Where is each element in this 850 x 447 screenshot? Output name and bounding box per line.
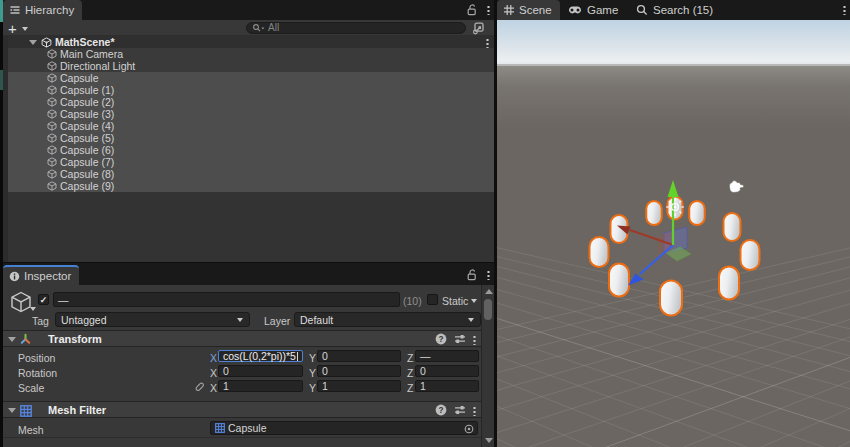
- static-checkbox[interactable]: [427, 294, 438, 305]
- picker-icon[interactable]: [471, 21, 485, 35]
- scroll-up-icon[interactable]: [485, 289, 493, 294]
- position-z-field[interactable]: —: [415, 350, 479, 362]
- hierarchy-item[interactable]: Capsule (3): [8, 108, 494, 120]
- capsule-object[interactable]: [719, 267, 739, 300]
- gameobject-icon: [47, 145, 57, 155]
- game-tab-label: Game: [587, 4, 618, 16]
- capsule-object[interactable]: [609, 264, 629, 297]
- search-placeholder: All: [268, 23, 279, 33]
- hierarchy-item[interactable]: Capsule (6): [8, 144, 494, 156]
- capsule-object[interactable]: [646, 201, 662, 225]
- hierarchy-item-label: Capsule (9): [60, 180, 114, 192]
- help-icon[interactable]: ?: [435, 333, 447, 345]
- axis-label-y: Y: [309, 352, 316, 364]
- transform-header[interactable]: Transform ?: [3, 330, 481, 347]
- scale-z-field[interactable]: 1: [415, 380, 479, 392]
- inspector-panel: Inspector ✓ — (10) Static Tag Untagged: [3, 263, 494, 447]
- gameobject-icon: [47, 85, 57, 95]
- scale-x-field[interactable]: 1: [218, 380, 303, 392]
- inspector-menu-kebab-icon[interactable]: [487, 269, 490, 280]
- search-icon: [252, 23, 265, 33]
- component-divider: [3, 437, 481, 438]
- hierarchy-menu-kebab-icon[interactable]: [487, 4, 490, 15]
- transform-title: Transform: [48, 333, 102, 345]
- hierarchy-item[interactable]: Capsule (4): [8, 120, 494, 132]
- rotation-y-field[interactable]: 0: [317, 365, 401, 377]
- add-gameobject-button[interactable]: +: [8, 20, 17, 37]
- hierarchy-item[interactable]: Capsule (8): [8, 168, 494, 180]
- hierarchy-item[interactable]: Capsule (9): [8, 180, 494, 192]
- mesh-filter-icon: [20, 405, 32, 417]
- tag-dropdown[interactable]: Untagged: [55, 312, 250, 327]
- hierarchy-item[interactable]: Capsule (2): [8, 96, 494, 108]
- scrollbar-thumb[interactable]: [484, 299, 492, 320]
- layer-label: Layer: [264, 315, 290, 327]
- hierarchy-scene-row[interactable]: MathScene*: [8, 36, 494, 48]
- mesh-filter-header[interactable]: Mesh Filter ?: [3, 401, 481, 418]
- transform-foldout-icon[interactable]: [8, 337, 16, 342]
- hierarchy-item[interactable]: Capsule: [8, 72, 494, 84]
- hierarchy-search-input[interactable]: All: [246, 22, 466, 34]
- scene-foldout-icon[interactable]: [29, 40, 37, 45]
- hierarchy-item[interactable]: Capsule (5): [8, 132, 494, 144]
- scene-tab-label: Scene: [519, 4, 552, 16]
- layer-caret-icon: [468, 318, 474, 322]
- search-tab-label: Search (15): [653, 4, 713, 16]
- static-caret-icon[interactable]: [471, 299, 477, 303]
- layer-dropdown[interactable]: Default: [294, 312, 481, 327]
- capsule-object[interactable]: [741, 240, 760, 270]
- mesh-filter-kebab-icon[interactable]: [473, 405, 476, 416]
- gameobject-icon: [47, 109, 57, 119]
- presets-icon[interactable]: [454, 333, 466, 345]
- hierarchy-item-label: Capsule (6): [60, 144, 114, 156]
- tab-hierarchy[interactable]: Hierarchy: [3, 0, 82, 20]
- hierarchy-item[interactable]: Capsule (7): [8, 156, 494, 168]
- scale-y-field[interactable]: 1: [317, 380, 401, 392]
- capsule-object[interactable]: [689, 201, 705, 225]
- transform-icon: [19, 333, 32, 346]
- hierarchy-item[interactable]: Capsule (1): [8, 84, 494, 96]
- help-icon[interactable]: ?: [435, 404, 447, 416]
- capsule-object[interactable]: [590, 237, 609, 267]
- tab-search[interactable]: Search (15): [636, 0, 713, 20]
- mesh-filter-foldout-icon[interactable]: [8, 408, 16, 413]
- scene-menu-kebab-icon[interactable]: [843, 4, 846, 15]
- position-x-field[interactable]: cos(L(0,2*pi))*5: [218, 350, 303, 362]
- link-constrain-icon[interactable]: [195, 381, 206, 392]
- active-checkbox[interactable]: ✓: [38, 294, 49, 305]
- hierarchy-item[interactable]: Main Camera: [8, 48, 494, 60]
- position-y-field[interactable]: 0: [317, 350, 401, 362]
- info-icon: [9, 271, 20, 282]
- hierarchy-tree: MathScene* Main CameraDirectional LightC…: [3, 36, 494, 262]
- scroll-down-icon[interactable]: [485, 438, 493, 443]
- horizon-blur: [497, 62, 850, 66]
- mesh-icon: [215, 423, 225, 433]
- mesh-object-field[interactable]: Capsule: [210, 421, 478, 435]
- axis-label-x: X: [210, 367, 217, 379]
- inspector-scrollbar[interactable]: [481, 285, 494, 447]
- lock-icon[interactable]: [467, 269, 477, 281]
- gamepad-icon: [568, 5, 582, 15]
- tab-scene[interactable]: Scene: [497, 0, 560, 20]
- capsule-object[interactable]: [724, 213, 741, 241]
- capsule-object[interactable]: [660, 281, 682, 316]
- hierarchy-item[interactable]: Directional Light: [8, 60, 494, 72]
- object-picker-icon[interactable]: [464, 424, 474, 434]
- presets-icon[interactable]: [454, 404, 466, 416]
- gameobject-icon: [47, 133, 57, 143]
- name-field[interactable]: —: [53, 292, 400, 307]
- gameobject-icon: [47, 73, 57, 83]
- gameobject-icon-caret[interactable]: [30, 307, 36, 311]
- transform-kebab-icon[interactable]: [473, 334, 476, 345]
- property-label: Scale: [18, 382, 44, 394]
- rotation-x-field[interactable]: 0: [218, 365, 303, 377]
- scene-viewport[interactable]: [497, 20, 850, 447]
- lock-icon[interactable]: [467, 4, 477, 16]
- add-gameobject-caret-icon[interactable]: [22, 27, 28, 31]
- inspector-content: ✓ — (10) Static Tag Untagged Layer Defau…: [3, 285, 481, 447]
- tab-inspector[interactable]: Inspector: [3, 265, 79, 285]
- scene-row-kebab-icon[interactable]: [486, 37, 489, 48]
- hierarchy-toolbar: + All: [3, 20, 494, 36]
- rotation-z-field[interactable]: 0: [415, 365, 479, 377]
- tab-game[interactable]: Game: [568, 0, 618, 20]
